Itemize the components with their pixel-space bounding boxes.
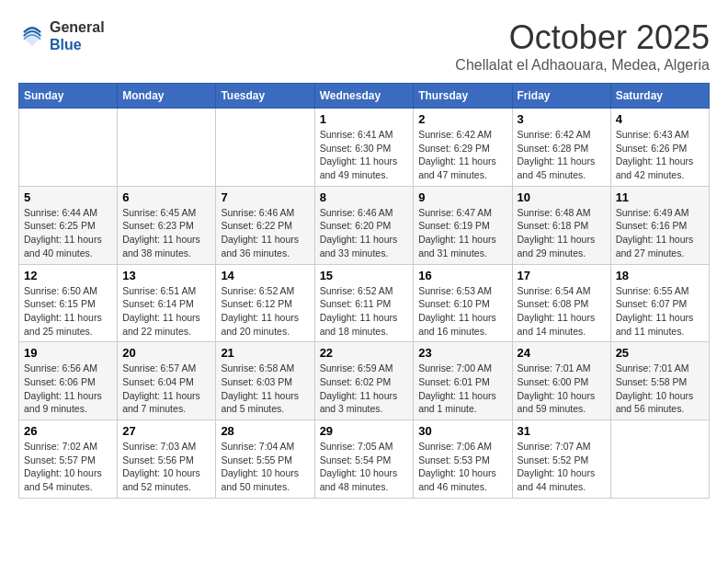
day-info: Sunrise: 7:01 AMSunset: 6:00 PMDaylight:… [518, 362, 606, 416]
calendar-table: SundayMondayTuesdayWednesdayThursdayFrid… [18, 83, 710, 499]
day-number: 2 [418, 112, 506, 126]
day-number: 5 [24, 190, 112, 204]
day-info: Sunrise: 6:53 AMSunset: 6:10 PMDaylight:… [418, 284, 506, 339]
calendar-cell: 22Sunrise: 6:59 AMSunset: 6:02 PMDayligh… [314, 342, 414, 420]
day-number: 14 [221, 269, 309, 282]
weekday-header-monday: Monday [118, 84, 216, 109]
logo: General Blue [18, 18, 105, 53]
day-info: Sunrise: 6:52 AMSunset: 6:12 PMDaylight:… [221, 284, 309, 339]
day-number: 11 [616, 190, 704, 204]
calendar-cell [118, 109, 216, 187]
calendar-cell [216, 109, 314, 187]
weekday-header-friday: Friday [512, 84, 610, 109]
calendar-cell: 11Sunrise: 6:49 AMSunset: 6:16 PMDayligh… [610, 186, 709, 264]
calendar-cell: 26Sunrise: 7:02 AMSunset: 5:57 PMDayligh… [19, 420, 118, 499]
calendar-cell: 7Sunrise: 6:46 AMSunset: 6:22 PMDaylight… [216, 186, 314, 264]
weekday-header-wednesday: Wednesday [314, 84, 414, 109]
calendar-cell: 24Sunrise: 7:01 AMSunset: 6:00 PMDayligh… [512, 342, 610, 420]
calendar-cell: 10Sunrise: 6:48 AMSunset: 6:18 PMDayligh… [512, 186, 610, 264]
location-subtitle: Chellalat el Adhaouara, Medea, Algeria [455, 57, 710, 74]
calendar-cell: 4Sunrise: 6:43 AMSunset: 6:26 PMDaylight… [610, 109, 709, 187]
day-info: Sunrise: 6:54 AMSunset: 6:08 PMDaylight:… [518, 284, 606, 339]
calendar-week-1: 1Sunrise: 6:41 AMSunset: 6:30 PMDaylight… [19, 109, 710, 187]
day-info: Sunrise: 6:56 AMSunset: 6:06 PMDaylight:… [24, 362, 112, 416]
day-number: 22 [320, 346, 409, 360]
weekday-header-tuesday: Tuesday [216, 84, 314, 109]
day-number: 17 [518, 269, 606, 282]
day-number: 18 [616, 269, 704, 282]
day-number: 21 [221, 346, 309, 360]
day-info: Sunrise: 7:03 AMSunset: 5:56 PMDaylight:… [122, 440, 210, 494]
day-info: Sunrise: 6:45 AMSunset: 6:23 PMDaylight:… [122, 206, 210, 260]
day-info: Sunrise: 6:47 AMSunset: 6:19 PMDaylight:… [418, 206, 506, 260]
day-info: Sunrise: 6:41 AMSunset: 6:30 PMDaylight:… [320, 128, 409, 182]
day-info: Sunrise: 6:51 AMSunset: 6:14 PMDaylight:… [122, 284, 210, 339]
day-number: 28 [221, 424, 309, 438]
calendar-cell: 13Sunrise: 6:51 AMSunset: 6:14 PMDayligh… [118, 264, 216, 342]
calendar-cell: 25Sunrise: 7:01 AMSunset: 5:58 PMDayligh… [610, 342, 709, 420]
day-info: Sunrise: 7:02 AMSunset: 5:57 PMDaylight:… [24, 440, 112, 494]
calendar-cell: 6Sunrise: 6:45 AMSunset: 6:23 PMDaylight… [118, 186, 216, 264]
calendar-cell: 21Sunrise: 6:58 AMSunset: 6:03 PMDayligh… [216, 342, 314, 420]
calendar-cell: 27Sunrise: 7:03 AMSunset: 5:56 PMDayligh… [118, 420, 216, 499]
calendar-cell: 14Sunrise: 6:52 AMSunset: 6:12 PMDayligh… [216, 264, 314, 342]
calendar-cell [19, 109, 118, 187]
day-number: 12 [24, 269, 112, 282]
weekday-header-saturday: Saturday [610, 84, 709, 109]
day-info: Sunrise: 6:46 AMSunset: 6:20 PMDaylight:… [320, 206, 409, 260]
calendar-cell: 8Sunrise: 6:46 AMSunset: 6:20 PMDaylight… [314, 186, 414, 264]
day-number: 25 [616, 346, 704, 360]
logo-text-general: General [50, 18, 105, 36]
calendar-week-4: 19Sunrise: 6:56 AMSunset: 6:06 PMDayligh… [19, 342, 710, 420]
page-header: General Blue October 2025 Chellalat el A… [18, 18, 710, 74]
day-info: Sunrise: 7:07 AMSunset: 5:52 PMDaylight:… [518, 440, 606, 494]
day-info: Sunrise: 7:00 AMSunset: 6:01 PMDaylight:… [418, 362, 506, 416]
calendar-week-3: 12Sunrise: 6:50 AMSunset: 6:15 PMDayligh… [19, 264, 710, 342]
day-number: 23 [418, 346, 506, 360]
day-number: 15 [320, 269, 409, 282]
day-info: Sunrise: 7:04 AMSunset: 5:55 PMDaylight:… [221, 440, 309, 494]
calendar-cell: 19Sunrise: 6:56 AMSunset: 6:06 PMDayligh… [19, 342, 118, 420]
day-info: Sunrise: 7:01 AMSunset: 5:58 PMDaylight:… [616, 362, 704, 416]
calendar-cell: 23Sunrise: 7:00 AMSunset: 6:01 PMDayligh… [414, 342, 512, 420]
calendar-cell: 16Sunrise: 6:53 AMSunset: 6:10 PMDayligh… [414, 264, 512, 342]
day-number: 4 [616, 112, 704, 126]
calendar-cell: 5Sunrise: 6:44 AMSunset: 6:25 PMDaylight… [19, 186, 118, 264]
logo-icon [18, 22, 46, 50]
day-number: 16 [418, 269, 506, 282]
calendar-cell: 18Sunrise: 6:55 AMSunset: 6:07 PMDayligh… [610, 264, 709, 342]
day-number: 1 [320, 112, 409, 126]
day-number: 6 [122, 190, 210, 204]
calendar-cell: 9Sunrise: 6:47 AMSunset: 6:19 PMDaylight… [414, 186, 512, 264]
day-number: 8 [320, 190, 409, 204]
day-info: Sunrise: 6:46 AMSunset: 6:22 PMDaylight:… [221, 206, 309, 260]
calendar-week-2: 5Sunrise: 6:44 AMSunset: 6:25 PMDaylight… [19, 186, 710, 264]
day-info: Sunrise: 6:48 AMSunset: 6:18 PMDaylight:… [518, 206, 606, 260]
day-number: 29 [320, 424, 409, 438]
calendar-cell: 28Sunrise: 7:04 AMSunset: 5:55 PMDayligh… [216, 420, 314, 499]
day-info: Sunrise: 6:50 AMSunset: 6:15 PMDaylight:… [24, 284, 112, 339]
calendar-cell: 3Sunrise: 6:42 AMSunset: 6:28 PMDaylight… [512, 109, 610, 187]
weekday-header-sunday: Sunday [19, 84, 118, 109]
day-number: 10 [518, 190, 606, 204]
day-number: 20 [122, 346, 210, 360]
day-info: Sunrise: 6:59 AMSunset: 6:02 PMDaylight:… [320, 362, 409, 416]
weekday-header-row: SundayMondayTuesdayWednesdayThursdayFrid… [19, 84, 710, 109]
day-info: Sunrise: 6:42 AMSunset: 6:29 PMDaylight:… [418, 128, 506, 182]
day-number: 31 [518, 424, 606, 438]
calendar-cell: 30Sunrise: 7:06 AMSunset: 5:53 PMDayligh… [414, 420, 512, 499]
day-number: 3 [518, 112, 606, 126]
day-info: Sunrise: 6:42 AMSunset: 6:28 PMDaylight:… [518, 128, 606, 182]
day-info: Sunrise: 7:06 AMSunset: 5:53 PMDaylight:… [418, 440, 506, 494]
day-number: 7 [221, 190, 309, 204]
calendar-cell: 15Sunrise: 6:52 AMSunset: 6:11 PMDayligh… [314, 264, 414, 342]
day-info: Sunrise: 6:44 AMSunset: 6:25 PMDaylight:… [24, 206, 112, 260]
day-number: 24 [518, 346, 606, 360]
calendar-cell: 29Sunrise: 7:05 AMSunset: 5:54 PMDayligh… [314, 420, 414, 499]
day-number: 13 [122, 269, 210, 282]
day-number: 9 [418, 190, 506, 204]
logo-text-blue: Blue [50, 36, 105, 53]
month-title: October 2025 [455, 18, 710, 57]
day-info: Sunrise: 6:43 AMSunset: 6:26 PMDaylight:… [616, 128, 704, 182]
day-number: 26 [24, 424, 112, 438]
